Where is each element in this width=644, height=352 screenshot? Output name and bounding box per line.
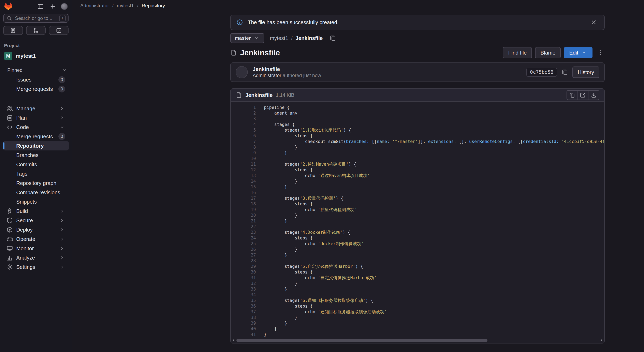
sidebar-item-branches[interactable]: Branches xyxy=(3,150,69,160)
sidebar-item-deploy[interactable]: Deploy xyxy=(3,225,69,234)
line-number[interactable]: 12 xyxy=(231,167,256,173)
line-number[interactable]: 7 xyxy=(231,139,256,144)
line-number[interactable]: 27 xyxy=(231,252,256,258)
search-input[interactable]: Search or go to... / xyxy=(3,14,68,23)
sidebar-item-monitor[interactable]: Monitor xyxy=(3,244,69,253)
sidebar-item-repository-graph[interactable]: Repository graph xyxy=(3,178,69,188)
download-button[interactable] xyxy=(588,90,600,100)
line-number[interactable]: 14 xyxy=(231,178,256,184)
line-number[interactable]: 15 xyxy=(231,184,256,190)
horizontal-scrollbar[interactable] xyxy=(231,338,604,343)
breadcrumb-project[interactable]: mytest1 xyxy=(117,3,134,8)
line-number[interactable]: 11 xyxy=(231,162,256,167)
pinned-section-header[interactable]: Pinned xyxy=(0,65,72,75)
line-number[interactable]: 13 xyxy=(231,173,256,178)
line-number[interactable]: 20 xyxy=(231,212,256,218)
scroll-right-arrow-icon[interactable] xyxy=(600,338,602,342)
line-number[interactable]: 28 xyxy=(231,258,256,264)
blame-button[interactable]: Blame xyxy=(535,47,561,58)
line-number[interactable]: 33 xyxy=(231,286,256,292)
sidebar-item-settings[interactable]: Settings xyxy=(3,262,69,272)
line-number[interactable]: 9 xyxy=(231,150,256,156)
code-line: stage('4.Docker制作镜像') { xyxy=(264,230,604,235)
line-number[interactable]: 25 xyxy=(231,241,256,246)
line-number[interactable]: 18 xyxy=(231,201,256,207)
line-number[interactable]: 29 xyxy=(231,264,256,269)
line-number[interactable]: 23 xyxy=(231,230,256,235)
path-crumb-project[interactable]: mytest1 xyxy=(270,35,288,41)
line-number[interactable]: 38 xyxy=(231,315,256,320)
ellipsis-menu-button[interactable] xyxy=(596,48,605,57)
merge-requests-shortcut[interactable] xyxy=(26,26,46,35)
line-number[interactable]: 26 xyxy=(231,246,256,252)
line-number[interactable]: 16 xyxy=(231,190,256,196)
breadcrumb-administrator[interactable]: Administrator xyxy=(80,3,109,8)
sidebar-item-operate[interactable]: Operate xyxy=(3,234,69,244)
line-number[interactable]: 30 xyxy=(231,269,256,275)
sidebar-item-snippets[interactable]: Snippets xyxy=(3,197,69,206)
line-number[interactable]: 3 xyxy=(231,116,256,122)
commit-message[interactable]: Jenkinsfile xyxy=(253,66,321,72)
line-number[interactable]: 40 xyxy=(231,326,256,332)
copy-file-contents-button[interactable] xyxy=(566,90,578,100)
sidebar-item-plan[interactable]: Plan xyxy=(3,113,69,122)
sidebar-item-repository[interactable]: Repository xyxy=(3,141,69,150)
issues-shortcut[interactable] xyxy=(3,26,23,35)
line-number[interactable]: 17 xyxy=(231,196,256,201)
line-number[interactable]: 2 xyxy=(231,110,256,116)
line-number[interactable]: 10 xyxy=(231,156,256,162)
pinned-item-merge-requests[interactable]: Merge requests 0 xyxy=(3,84,69,94)
line-number[interactable]: 5 xyxy=(231,127,256,133)
line-number[interactable]: 8 xyxy=(231,144,256,150)
line-number[interactable]: 24 xyxy=(231,235,256,241)
scrollbar-track[interactable] xyxy=(236,338,600,342)
commit-author-name[interactable]: Administrator xyxy=(253,72,281,78)
chevron-right-icon xyxy=(59,114,65,121)
line-number[interactable]: 37 xyxy=(231,309,256,315)
history-button[interactable]: History xyxy=(572,66,600,78)
line-number[interactable]: 21 xyxy=(231,218,256,224)
edit-button[interactable]: Edit xyxy=(564,47,592,58)
open-raw-button[interactable] xyxy=(578,90,588,100)
line-number[interactable]: 36 xyxy=(231,303,256,309)
sidebar-item-tags[interactable]: Tags xyxy=(3,169,69,178)
line-number[interactable]: 4 xyxy=(231,122,256,127)
chevron-right-icon xyxy=(59,236,65,242)
create-new-icon[interactable] xyxy=(49,2,57,10)
copy-commit-sha-button[interactable] xyxy=(560,68,569,77)
branch-selector[interactable]: master xyxy=(230,33,264,43)
scrollbar-thumb[interactable] xyxy=(236,338,488,342)
alert-close-button[interactable] xyxy=(589,18,598,27)
gitlab-logo-icon[interactable] xyxy=(4,2,12,11)
commit-author-avatar[interactable] xyxy=(236,66,248,78)
sidebar-item-analyze[interactable]: Analyze xyxy=(3,253,69,262)
file-viewer: Jenkinsfile 1.14 KiB 1234567891011121314… xyxy=(230,88,605,344)
line-number[interactable]: 34 xyxy=(231,292,256,298)
sidebar-toggle-icon[interactable] xyxy=(36,2,44,10)
scroll-left-arrow-icon[interactable] xyxy=(233,338,234,342)
sidebar-item-commits[interactable]: Commits xyxy=(3,160,69,169)
line-number[interactable]: 22 xyxy=(231,224,256,230)
line-number[interactable]: 1 xyxy=(231,105,256,110)
line-number[interactable]: 32 xyxy=(231,281,256,286)
user-avatar[interactable] xyxy=(61,3,68,10)
project-switcher[interactable]: M mytest1 xyxy=(3,51,69,61)
todos-shortcut[interactable] xyxy=(49,26,68,35)
line-number[interactable]: 35 xyxy=(231,298,256,303)
sidebar-item-manage[interactable]: Manage xyxy=(3,104,69,113)
sidebar-item-compare-revisions[interactable]: Compare revisions xyxy=(3,188,69,197)
kebab-icon xyxy=(597,50,604,56)
line-number[interactable]: 31 xyxy=(231,275,256,281)
line-number[interactable]: 6 xyxy=(231,133,256,139)
sidebar-item-merge-requests[interactable]: Merge requests 0 xyxy=(3,132,69,141)
line-number[interactable]: 41 xyxy=(231,332,256,338)
sidebar-item-build[interactable]: Build xyxy=(3,206,69,216)
sidebar-item-code[interactable]: Code xyxy=(3,122,69,132)
sidebar-item-secure[interactable]: Secure xyxy=(3,216,69,225)
line-number[interactable]: 19 xyxy=(231,207,256,212)
pinned-item-issues[interactable]: Issues 0 xyxy=(3,75,69,84)
copy-file-path-button[interactable] xyxy=(328,34,337,42)
code-line xyxy=(264,292,604,298)
find-file-button[interactable]: Find file xyxy=(503,47,532,58)
line-number[interactable]: 39 xyxy=(231,320,256,326)
